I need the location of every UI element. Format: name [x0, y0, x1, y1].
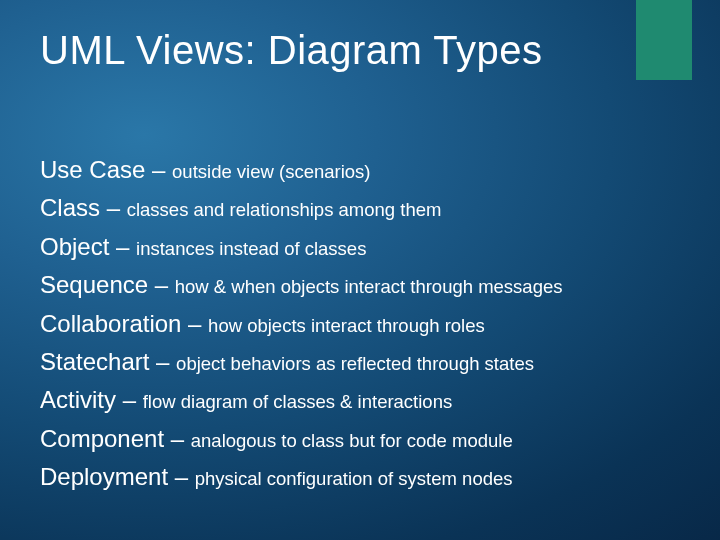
item-desc: flow diagram of classes & interactions	[143, 391, 453, 412]
item-term: Activity	[40, 386, 116, 413]
content-list: Use Case – outside view (scenarios) Clas…	[40, 154, 680, 500]
list-item: Statechart – object behaviors as reflect…	[40, 346, 680, 378]
item-term: Deployment	[40, 463, 168, 490]
item-term: Component	[40, 425, 164, 452]
item-sep: –	[181, 310, 208, 337]
item-desc: how & when objects interact through mess…	[175, 276, 563, 297]
item-desc: outside view (scenarios)	[172, 161, 370, 182]
list-item: Class – classes and relationships among …	[40, 192, 680, 224]
list-item: Use Case – outside view (scenarios)	[40, 154, 680, 186]
item-sep: –	[109, 233, 136, 260]
list-item: Object – instances instead of classes	[40, 231, 680, 263]
item-desc: analogous to class but for code module	[191, 430, 513, 451]
item-term: Object	[40, 233, 109, 260]
accent-bar	[636, 0, 692, 80]
item-desc: how objects interact through roles	[208, 315, 485, 336]
item-term: Class	[40, 194, 100, 221]
slide-title: UML Views: Diagram Types	[40, 28, 543, 73]
item-sep: –	[149, 348, 176, 375]
item-desc: object behaviors as reflected through st…	[176, 353, 534, 374]
item-sep: –	[100, 194, 127, 221]
item-sep: –	[168, 463, 195, 490]
item-sep: –	[145, 156, 172, 183]
list-item: Collaboration – how objects interact thr…	[40, 308, 680, 340]
item-sep: –	[116, 386, 143, 413]
list-item: Component – analogous to class but for c…	[40, 423, 680, 455]
list-item: Activity – flow diagram of classes & int…	[40, 384, 680, 416]
item-term: Use Case	[40, 156, 145, 183]
item-desc: instances instead of classes	[136, 238, 366, 259]
slide: UML Views: Diagram Types Use Case – outs…	[0, 0, 720, 540]
item-sep: –	[164, 425, 191, 452]
list-item: Deployment – physical configuration of s…	[40, 461, 680, 493]
item-term: Sequence	[40, 271, 148, 298]
item-term: Statechart	[40, 348, 149, 375]
item-sep: –	[148, 271, 175, 298]
item-desc: physical configuration of system nodes	[195, 468, 513, 489]
item-desc: classes and relationships among them	[127, 199, 442, 220]
item-term: Collaboration	[40, 310, 181, 337]
list-item: Sequence – how & when objects interact t…	[40, 269, 680, 301]
